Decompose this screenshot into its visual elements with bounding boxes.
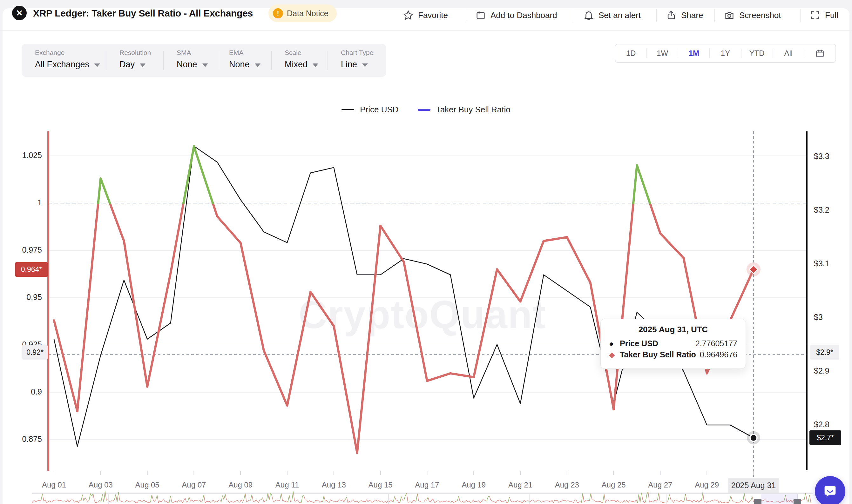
navigator-divider: [108, 494, 109, 504]
navigator-divider: [529, 494, 529, 504]
navigator-left-handle[interactable]: [754, 499, 762, 504]
navigator-series-red: [32, 491, 811, 503]
navigator-right-handle[interactable]: [794, 499, 801, 504]
navigator-series-green: [41, 491, 810, 503]
navigator-selected-range[interactable]: [761, 494, 798, 504]
navigator-divider: [248, 494, 248, 504]
chat-widget-button[interactable]: [815, 476, 845, 504]
navigator-divider: [388, 494, 389, 504]
chat-bubble-icon: [822, 483, 838, 500]
navigator-divider: [666, 494, 667, 504]
navigator-minichart[interactable]: [0, 0, 852, 504]
